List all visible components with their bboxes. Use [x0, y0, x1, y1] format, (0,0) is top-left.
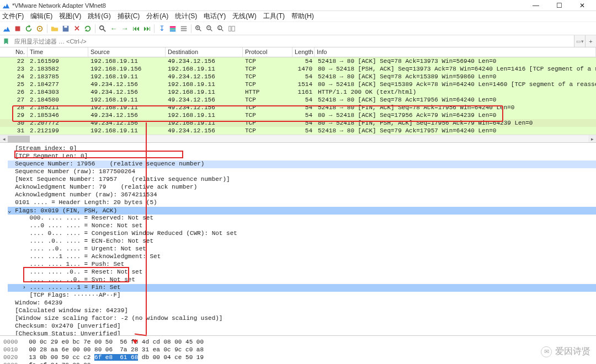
svg-line-14 [199, 29, 201, 31]
svg-rect-10 [181, 26, 187, 27]
detail-line[interactable]: Acknowledgment number (raw): 3674211534 [8, 191, 596, 199]
zoom-out-icon[interactable] [205, 24, 215, 34]
detail-line[interactable]: [Next Sequence Number: 17957 (relative s… [8, 176, 596, 184]
table-row[interactable]: 232.183582192.168.19.156192.168.19.11TCP… [0, 65, 596, 73]
display-filter-input[interactable] [12, 36, 574, 46]
detail-line[interactable]: [Window size scaling factor: -2 (no wind… [8, 315, 596, 323]
packet-details-pane[interactable]: [Stream index: 0] [TCP Segment Len: 0] S… [0, 142, 596, 335]
detail-line[interactable]: ⌄ Flags: 0x019 (FIN, PSH, ACK) [8, 207, 596, 215]
col-protocol[interactable]: Protocol [243, 47, 292, 57]
reload-icon[interactable] [83, 24, 93, 34]
detail-line[interactable]: Window: 64239 [8, 299, 596, 307]
go-forward-icon[interactable]: → [120, 24, 130, 34]
restart-capture-icon[interactable] [24, 24, 34, 34]
col-time[interactable]: Time [28, 47, 88, 57]
save-file-icon[interactable] [61, 24, 71, 34]
close-file-icon[interactable]: ✕ [72, 24, 82, 34]
detail-line[interactable]: .... ..0. .... = Urgent: Not set [8, 245, 596, 253]
column-headers[interactable]: No. Time Source Destination Protocol Len… [0, 47, 596, 57]
svg-rect-0 [15, 26, 20, 31]
packet-bytes-pane[interactable]: 0000 00 0c 29 e0 bc 7e 00 50 56 fb 4d cd… [0, 335, 596, 364]
menu-item[interactable]: 编辑(E) [30, 12, 52, 21]
colorize-icon[interactable] [168, 24, 178, 34]
go-back-icon[interactable]: ← [109, 24, 119, 34]
detail-line[interactable]: Sequence Number: 17956 (relative sequenc… [8, 160, 596, 168]
filter-expression-button[interactable]: ▭▾ [574, 35, 585, 47]
menu-item[interactable]: 视图(V) [59, 12, 81, 21]
detail-line[interactable]: [TCP Segment Len: 0] [8, 153, 596, 160]
packet-rows[interactable]: 222.161599192.168.19.1149.234.12.156TCP5… [0, 57, 596, 135]
zoom-reset-icon[interactable]: 1 [216, 24, 226, 34]
resize-columns-icon[interactable] [227, 24, 237, 34]
detail-line[interactable]: › .... .... ...1 = Fin: Set [8, 284, 596, 292]
hex-line[interactable]: 0000 00 0c 29 e0 bc 7e 00 50 56 fb 4d cd… [3, 338, 593, 346]
scroll-left-icon[interactable]: ◂ [0, 135, 8, 143]
menu-item[interactable]: 电话(Y) [204, 12, 226, 21]
menu-item[interactable]: 无线(W) [232, 12, 256, 21]
close-button[interactable]: ✕ [571, 0, 594, 11]
expand-all-icon[interactable] [179, 24, 189, 34]
detail-line[interactable]: [Checksum Status: Unverified] [8, 330, 596, 335]
open-file-icon[interactable] [50, 24, 60, 34]
zoom-in-icon[interactable] [194, 24, 204, 34]
col-length[interactable]: Length [292, 47, 315, 57]
table-row[interactable]: 282.185211192.168.19.1149.234.12.156TCP5… [0, 104, 596, 111]
col-no[interactable]: No. [0, 47, 28, 57]
scroll-right-icon[interactable]: ▸ [588, 135, 596, 143]
detail-line[interactable]: Acknowledgment Number: 79 (relative ack … [8, 184, 596, 191]
detail-line[interactable]: 000. .... .... = Reserved: Not set [8, 215, 596, 222]
table-row[interactable]: 302.20777249.234.12.156192.168.19.11TCP5… [0, 119, 596, 127]
col-info[interactable]: Info [315, 47, 596, 57]
detail-line[interactable]: .... ...1 .... = Acknowledgment: Set [8, 253, 596, 261]
menu-item[interactable]: 分析(A) [146, 12, 168, 21]
menu-bar[interactable]: 文件(F)编辑(E)视图(V)跳转(G)捕获(C)分析(A)统计(S)电话(Y)… [0, 11, 596, 22]
detail-line[interactable]: .... .... .0.. = Reset: Not set [8, 269, 596, 276]
menu-item[interactable]: 统计(S) [175, 12, 197, 21]
svg-rect-9 [170, 30, 176, 31]
filter-add-button[interactable]: + [585, 35, 596, 47]
detail-line[interactable]: [Calculated window size: 64239] [8, 307, 596, 315]
detail-line[interactable]: ...0 .... .... = Nonce: Not set [8, 222, 596, 230]
stop-capture-icon[interactable] [13, 24, 23, 34]
detail-line[interactable]: .... 0... .... = Congestion Window Reduc… [8, 230, 596, 238]
menu-item[interactable]: 捕获(C) [118, 12, 140, 21]
table-row[interactable]: 222.161599192.168.19.1149.234.12.156TCP5… [0, 57, 596, 65]
find-packet-icon[interactable] [98, 24, 108, 34]
detail-line[interactable]: [TCP Flags: ·······AP··F] [8, 292, 596, 299]
detail-line[interactable]: Sequence Number (raw): 1877500264 [8, 168, 596, 176]
detail-line[interactable]: .... .0.. .... = ECN-Echo: Not set [8, 238, 596, 245]
table-row[interactable]: 292.18534649.234.12.156192.168.19.11TCP5… [0, 111, 596, 119]
start-capture-icon[interactable] [2, 24, 12, 34]
menu-item[interactable]: 工具(T) [263, 12, 285, 21]
svg-rect-12 [181, 30, 187, 31]
packet-list-hscrollbar[interactable]: ◂ ▸ [0, 135, 596, 142]
maximize-button[interactable]: ☐ [547, 0, 571, 11]
go-to-packet-icon[interactable]: ⏮ [131, 24, 141, 34]
menu-item[interactable]: 文件(F) [2, 12, 24, 21]
scroll-thumb[interactable] [8, 136, 30, 142]
col-destination[interactable]: Destination [166, 47, 243, 57]
hex-line[interactable]: 0010 00 28 aa 6e 00 00 80 06 7a 28 31 ea… [3, 346, 593, 354]
autoscroll-icon[interactable]: ↧ [157, 24, 167, 34]
hex-line[interactable]: 0030 fa ef 24 70 00 00 [3, 361, 593, 364]
capture-options-icon[interactable] [35, 24, 45, 34]
minimize-button[interactable]: — [524, 0, 547, 11]
detail-line[interactable]: 0101 .... = Header Length: 20 bytes (5) [8, 199, 596, 207]
bookmark-filter-icon[interactable] [1, 36, 11, 46]
table-row[interactable]: 272.184580192.168.19.1149.234.12.156TCP5… [0, 96, 596, 104]
go-to-last-icon[interactable]: ⏭ [142, 24, 152, 34]
hex-line[interactable]: 0020 13 0b 00 50 cc c2 6f e8 61 68 db 00… [3, 354, 593, 361]
app-icon [2, 2, 10, 9]
detail-line[interactable]: .... .... 1... = Push: Set [8, 261, 596, 269]
detail-line[interactable]: .... .... ..0. = Syn: Not set [8, 276, 596, 284]
svg-rect-7 [170, 26, 176, 28]
table-row[interactable]: 252.18427749.234.12.156192.168.19.11TCP1… [0, 81, 596, 88]
menu-item[interactable]: 帮助(H) [291, 12, 314, 21]
table-row[interactable]: 262.18430349.234.12.156192.168.19.11HTTP… [0, 88, 596, 96]
detail-line[interactable]: [Stream index: 0] [8, 145, 596, 153]
menu-item[interactable]: 跳转(G) [88, 12, 110, 21]
detail-line[interactable]: Checksum: 0x2470 [unverified] [8, 323, 596, 330]
table-row[interactable]: 242.183785192.168.19.1149.234.12.156TCP5… [0, 73, 596, 81]
table-row[interactable]: 312.212199192.168.19.1149.234.12.156TCP5… [0, 127, 596, 135]
col-source[interactable]: Source [88, 47, 166, 57]
